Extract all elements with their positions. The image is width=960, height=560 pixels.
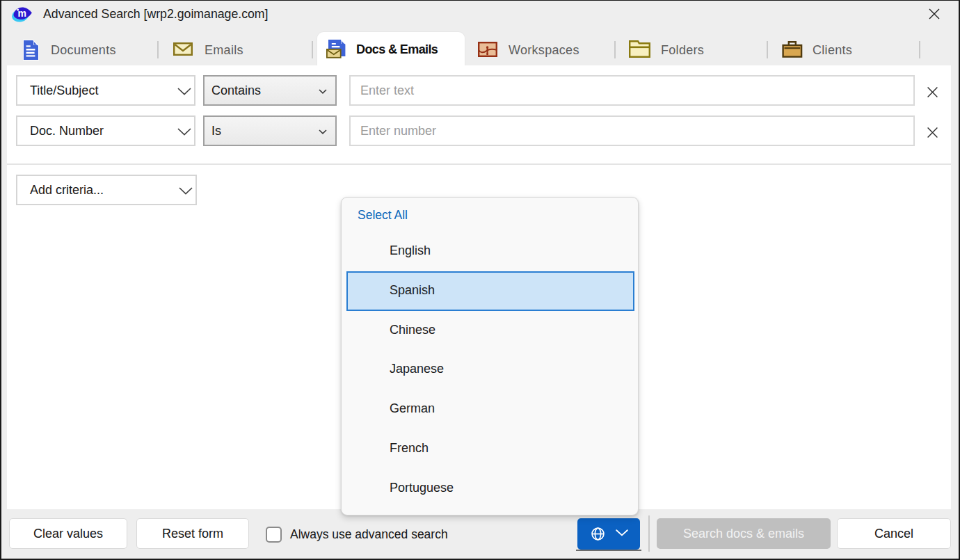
svg-text:m: m bbox=[18, 8, 26, 19]
